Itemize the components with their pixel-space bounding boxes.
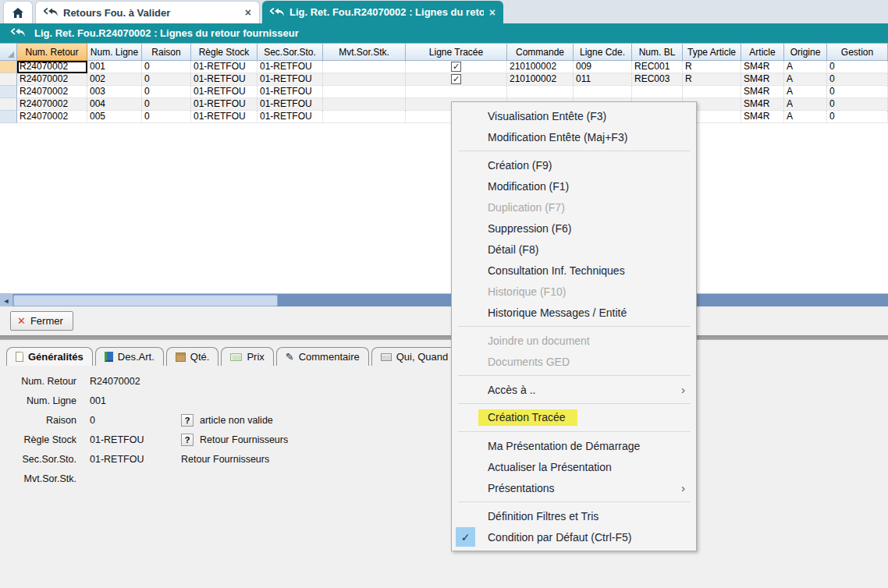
menu-item-visualisation-ent-te-f3-[interactable]: Visualisation Entête (F3) (452, 105, 696, 126)
column-header-num_bl[interactable]: Num. BL (632, 43, 683, 61)
column-header-sec_sor_sto[interactable]: Sec.Sor.Sto. (258, 43, 323, 61)
cell-gestion[interactable]: 0 (827, 73, 888, 86)
cell-type_article[interactable] (683, 86, 741, 98)
column-header-gestion[interactable]: Gestion (827, 43, 888, 61)
menu-item-acc-s-[interactable]: Accès à ..› (452, 379, 696, 400)
detail-tab-commentaire[interactable]: ✎Commentaire (276, 347, 369, 366)
cell-raison[interactable]: 0 (142, 98, 191, 111)
detail-tab-qt-[interactable]: Qté. (166, 347, 219, 366)
cell-num_bl[interactable]: REC001 (632, 61, 683, 73)
menu-item-suppression-f6-[interactable]: Suppression (F6) (452, 218, 696, 239)
detail-tab-des-art-[interactable]: Des.Art. (95, 347, 164, 366)
menu-item-ma-pr-sentation-de-d-marrage[interactable]: Ma Présentation de Démarrage (452, 435, 696, 456)
cell-origine[interactable]: A (784, 98, 827, 111)
cell-num_retour[interactable]: R24070002 (17, 111, 87, 123)
horizontal-scrollbar[interactable]: ◄ (0, 293, 888, 306)
cell-commande[interactable]: 210100002 (507, 73, 574, 86)
row-selector[interactable] (0, 86, 17, 98)
checkbox-checked-icon[interactable]: ✓ (451, 62, 461, 72)
menu-item-modification-f1-[interactable]: Modification (F1) (452, 175, 696, 197)
cell-gestion[interactable]: 0 (827, 98, 888, 111)
menu-item-actualiser-la-pr-sentation[interactable]: Actualiser la Présentation (452, 456, 696, 477)
row-selector[interactable] (0, 73, 17, 86)
column-header-regle_stock[interactable]: Règle Stock (191, 43, 258, 61)
column-header-num_retour[interactable]: Num. Retour (17, 43, 87, 61)
detail-tab-prix[interactable]: Prix (221, 347, 273, 366)
cell-commande[interactable]: 210100002 (507, 61, 574, 73)
home-tab[interactable] (3, 1, 33, 23)
column-header-num_ligne[interactable]: Num. Ligne (87, 43, 142, 61)
cell-gestion[interactable]: 0 (827, 61, 888, 73)
row-selector[interactable] (0, 61, 17, 73)
cell-ligne_tracee[interactable] (406, 86, 507, 98)
row-selector[interactable] (0, 111, 17, 123)
help-button[interactable]: ? (181, 434, 194, 446)
cell-num_retour[interactable]: R24070002 (17, 98, 87, 111)
table-row[interactable]: R24070002002001-RETFOU01-RETFOU✓21010000… (0, 73, 888, 86)
cell-type_article[interactable]: R (683, 73, 741, 86)
cell-mvt_sor_stk[interactable] (323, 73, 406, 86)
cell-mvt_sor_stk[interactable] (323, 98, 406, 111)
table-row[interactable]: R24070002004001-RETFOU01-RETFOUSM4RA0 (0, 98, 888, 111)
menu-item-d-tail-f8-[interactable]: Détail (F8) (452, 239, 696, 260)
cell-mvt_sor_stk[interactable] (323, 111, 406, 123)
column-header-mvt_sor_stk[interactable]: Mvt.Sor.Stk. (323, 43, 406, 61)
cell-origine[interactable]: A (784, 111, 827, 123)
cell-regle_stock[interactable]: 01-RETFOU (191, 73, 258, 86)
cell-regle_stock[interactable]: 01-RETFOU (191, 111, 258, 123)
table-row[interactable]: R24070002003001-RETFOU01-RETFOUSM4RA0 (0, 86, 888, 98)
cell-article[interactable]: SM4R (741, 61, 784, 73)
cell-sec_sor_sto[interactable]: 01-RETFOU (258, 73, 323, 86)
column-header-ligne_cde[interactable]: Ligne Cde. (574, 43, 632, 61)
cell-ligne_tracee[interactable]: ✓ (406, 73, 507, 86)
cell-mvt_sor_stk[interactable] (323, 86, 406, 98)
menu-item-cr-ation-f9-[interactable]: Création (F9) (452, 154, 696, 175)
menu-item-historique-messages-entit-[interactable]: Historique Messages / Entité (452, 302, 696, 323)
cell-raison[interactable]: 0 (142, 111, 191, 123)
cell-ligne_cde[interactable]: 011 (574, 73, 632, 86)
menu-item-pr-sentations[interactable]: Présentations› (452, 477, 696, 498)
menu-item-condition-par-d-faut-ctrl-f5-[interactable]: ✓Condition par Défaut (Ctrl-F5) (452, 526, 696, 547)
cell-num_retour[interactable]: R24070002 (17, 61, 87, 73)
cell-num_ligne[interactable]: 005 (87, 111, 142, 123)
cell-gestion[interactable]: 0 (827, 111, 888, 123)
cell-num_ligne[interactable]: 003 (87, 86, 142, 98)
table-row[interactable]: R24070002001001-RETFOU01-RETFOU✓21010000… (0, 61, 888, 73)
tab-2[interactable]: Lig. Ret. Fou.R24070002 : Lignes du reto… (262, 1, 503, 23)
cell-sec_sor_sto[interactable]: 01-RETFOU (258, 98, 323, 111)
tab-close-icon[interactable]: × (245, 6, 251, 19)
cell-raison[interactable]: 0 (142, 86, 191, 98)
close-button[interactable]: ✕ Fermer (10, 311, 73, 331)
cell-sec_sor_sto[interactable]: 01-RETFOU (258, 61, 323, 73)
cell-regle_stock[interactable]: 01-RETFOU (191, 86, 258, 98)
cell-gestion[interactable]: 0 (827, 86, 888, 98)
cell-origine[interactable]: A (784, 86, 827, 98)
cell-num_bl[interactable] (632, 86, 683, 98)
cell-commande[interactable] (507, 86, 574, 98)
grid-corner-cell[interactable] (0, 43, 17, 61)
cell-mvt_sor_stk[interactable] (323, 61, 406, 73)
cell-regle_stock[interactable]: 01-RETFOU (191, 98, 258, 111)
cell-origine[interactable]: A (784, 73, 827, 86)
row-selector[interactable] (0, 98, 17, 111)
cell-raison[interactable]: 0 (142, 73, 191, 86)
cell-article[interactable]: SM4R (741, 98, 784, 111)
column-header-ligne_tracee[interactable]: Ligne Tracée (406, 43, 507, 61)
cell-origine[interactable]: A (784, 61, 827, 73)
cell-regle_stock[interactable]: 01-RETFOU (191, 61, 258, 73)
tab-1[interactable]: Retours Fou. à Valider× (35, 1, 260, 23)
column-header-raison[interactable]: Raison (142, 43, 191, 61)
scrollbar-thumb[interactable] (13, 295, 278, 306)
cell-num_ligne[interactable]: 002 (87, 73, 142, 86)
cell-num_ligne[interactable]: 004 (87, 98, 142, 111)
cell-article[interactable]: SM4R (741, 111, 784, 123)
menu-item-consultation-inf-techniques[interactable]: Consultation Inf. Techniques (452, 260, 696, 281)
menu-item-modification-ent-te-maj-f3-[interactable]: Modification Entête (Maj+F3) (452, 126, 696, 147)
column-header-article[interactable]: Article (741, 43, 784, 61)
checkbox-checked-icon[interactable]: ✓ (451, 74, 461, 84)
cell-num_bl[interactable]: REC003 (632, 73, 683, 86)
column-header-type_article[interactable]: Type Article (683, 43, 741, 61)
scroll-left-button[interactable]: ◄ (0, 294, 13, 307)
help-button[interactable]: ? (181, 414, 194, 427)
cell-num_retour[interactable]: R24070002 (17, 86, 87, 98)
